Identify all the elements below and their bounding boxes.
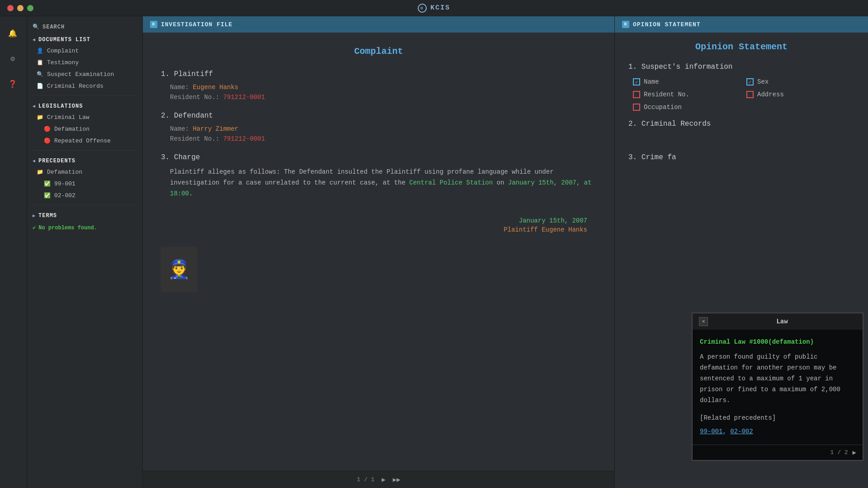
prec-02-002-icon: ✅ (43, 192, 51, 199)
crime-facts-heading: 3. Crime fa (628, 153, 854, 161)
sidebar-item-02-002[interactable]: ✅ 02-002 (27, 190, 142, 201)
status-badge: ✔ No problems found. (27, 221, 142, 235)
law-popup-title-label: Law (708, 318, 856, 325)
criminal-records-heading: 2. Criminal Records (628, 120, 854, 128)
complaint-date: January 15th, 2007 (161, 217, 587, 224)
documents-section-header: ◄ DOCUMENTS LIST (27, 33, 142, 45)
charge-section: 3. Charge Plaintiff alleges as follows: … (161, 153, 596, 199)
folder-icon: 📁 (36, 114, 43, 121)
sidebar-item-criminal-law[interactable]: 📁 Criminal Law (27, 111, 142, 123)
close-button[interactable] (7, 5, 14, 11)
defamation-law-icon: 🔴 (43, 125, 51, 133)
charge-heading: 3. Charge (161, 153, 596, 161)
law-popup-footer: 1 / 2 ▶ (693, 445, 863, 460)
charge-text: Plaintiff alleges as follows: The Defend… (170, 167, 596, 199)
defamation-folder-icon: 📁 (36, 168, 43, 175)
prec-99-001-icon: ✅ (43, 180, 51, 187)
sidebar-item-99-001[interactable]: ✅ 99-001 (27, 178, 142, 190)
titlebar: ⚙ KCIS (0, 0, 868, 16)
check-icon: ✔ (33, 224, 36, 231)
records-icon: 📄 (36, 82, 43, 90)
sidebar-content: 🔍 SEARCH ◄ DOCUMENTS LIST 👤 Complaint 📋 … (27, 16, 142, 488)
search-bar[interactable]: 🔍 SEARCH (27, 21, 142, 33)
terms-section-header[interactable]: ▶ TERMS (27, 209, 142, 221)
checkbox-address[interactable]: Address (746, 91, 854, 98)
content-area: D INVESTIGATION FILE Complaint 1. Plaint… (143, 16, 868, 488)
maximize-button[interactable] (27, 5, 33, 11)
sex-checkbox-icon (746, 78, 754, 85)
checkbox-name[interactable]: Name (633, 78, 741, 85)
opinion-statement-header: D OPINION STATEMENT (615, 16, 868, 33)
sidebar-icon-strip: 🔔 ⚙ ❓ (0, 16, 27, 488)
investigation-file-body: Complaint 1. Plaintiff Name: Eugene Hank… (143, 33, 614, 471)
legislations-arrow-icon: ◄ (33, 104, 36, 109)
legislations-section-header: ◄ LEGISLATIONS (27, 99, 142, 111)
sidebar-item-complaint[interactable]: 👤 Complaint (27, 45, 142, 57)
repeated-offense-icon: 🔴 (43, 137, 51, 144)
police-character-area: 👮 (161, 247, 596, 292)
documents-arrow-icon: ◄ (33, 38, 36, 43)
sidebar-item-suspect-examination[interactable]: 🔍 Suspect Examination (27, 68, 142, 80)
complaint-icon: 👤 (36, 47, 43, 54)
plaintiff-heading: 1. Plaintiff (161, 70, 596, 78)
law-popup-body: Criminal Law #1000(defamation) A person … (693, 330, 863, 445)
law-title: Criminal Law #1000(defamation) (700, 337, 855, 348)
divider-1 (33, 95, 137, 96)
investigation-file-footer: 1 / 1 ▶ ▶▶ (143, 471, 614, 488)
sidebar-item-testimony[interactable]: 📋 Testimony (27, 57, 142, 68)
nav-last-button[interactable]: ▶▶ (393, 476, 401, 483)
plaintiff-section: 1. Plaintiff Name: Eugene Hanks Resident… (161, 70, 596, 101)
related-link-02-002[interactable]: 02-002 (730, 428, 753, 435)
divider-3 (33, 205, 137, 205)
law-popup-close-button[interactable]: ✕ (699, 317, 708, 326)
plaintiff-resident-field: Resident No.: 791212-0001 (170, 94, 596, 101)
sidebar-item-defamation-prec[interactable]: 📁 Defamation (27, 166, 142, 178)
inv-header-icon: D (150, 21, 157, 28)
plaintiff-name-field: Name: Eugene Hanks (170, 84, 596, 91)
sidebar-item-criminal-records[interactable]: 📄 Criminal Records (27, 80, 142, 92)
sidebar-item-defamation[interactable]: 🔴 Defamation (27, 123, 142, 135)
main-layout: 🔔 ⚙ ❓ 🔍 SEARCH ◄ DOCUMENTS LIST 👤 Compla… (0, 16, 868, 488)
address-checkbox-icon (746, 91, 754, 98)
app-title: ⚙ KCIS (418, 4, 450, 13)
help-icon-btn[interactable]: ❓ (5, 76, 21, 92)
related-label: [Related precedents] (700, 413, 855, 424)
opinion-statement-panel: D OPINION STATEMENT Opinion Statement 1.… (615, 16, 868, 488)
sidebar-item-repeated-offense[interactable]: 🔴 Repeated Offense (27, 135, 142, 147)
investigation-file-panel: D INVESTIGATION FILE Complaint 1. Plaint… (143, 16, 615, 488)
law-popup-header: ✕ Law (693, 313, 863, 330)
related-links: 99-001, 02-002 (700, 426, 855, 437)
criminal-records-spacer (628, 135, 854, 153)
checkbox-resident-no[interactable]: Resident No. (633, 91, 741, 98)
minimize-button[interactable] (17, 5, 24, 11)
law-pagination-label: 1 / 2 (830, 449, 848, 456)
checkbox-sex[interactable]: Sex (746, 78, 854, 85)
defendant-name-field: Name: Harry Zimmer (170, 125, 596, 133)
window-controls (7, 5, 33, 11)
law-text: A person found guilty of public defamati… (700, 352, 855, 406)
resident-no-checkbox-icon (633, 91, 640, 98)
notification-icon-btn[interactable]: 🔔 (5, 25, 21, 42)
checkbox-occupation[interactable]: Occupation (633, 104, 741, 111)
app-icon: ⚙ (418, 4, 427, 13)
search-icon: 🔍 (33, 24, 40, 30)
defendant-section: 2. Defendant Name: Harry Zimmer Resident… (161, 112, 596, 142)
law-nav-next-button[interactable]: ▶ (853, 449, 856, 456)
precedents-section-header: ◄ PRECEDENTS (27, 154, 142, 166)
terms-arrow-icon: ▶ (33, 213, 36, 218)
police-character-sprite: 👮 (161, 247, 197, 292)
opinion-title: Opinion Statement (628, 42, 854, 52)
complaint-footer: January 15th, 2007 Plaintiff Eugene Hank… (161, 217, 596, 233)
opinion-header-icon: D (622, 21, 629, 28)
defendant-resident-field: Resident No.: 791212-0001 (170, 135, 596, 142)
nav-next-button[interactable]: ▶ (382, 476, 385, 483)
suspect-icon: 🔍 (36, 71, 43, 78)
investigation-file-header: D INVESTIGATION FILE (143, 16, 614, 33)
precedents-arrow-icon: ◄ (33, 159, 36, 164)
settings-icon-btn[interactable]: ⚙ (5, 51, 21, 67)
suspect-info-checkboxes: Name Sex Resident No. Addr (633, 78, 854, 111)
complaint-plaintiff: Plaintiff Eugene Hanks (161, 226, 587, 233)
testimony-icon: 📋 (36, 59, 43, 66)
related-link-99-001[interactable]: 99-001 (700, 428, 722, 435)
pagination-label: 1 / 1 (357, 476, 374, 483)
